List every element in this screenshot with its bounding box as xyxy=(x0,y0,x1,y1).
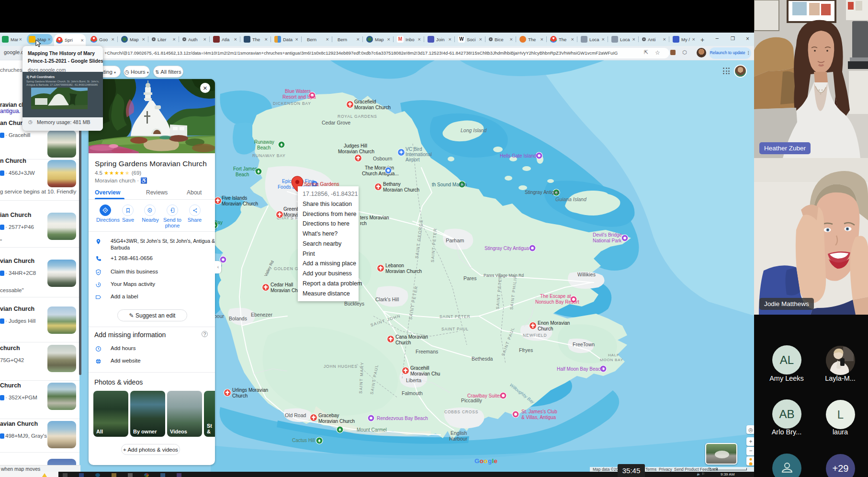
svg-text:Gracehill: Gracehill xyxy=(410,365,429,371)
svg-text:Bethesda: Bethesda xyxy=(472,356,493,362)
svg-text:Mount Carmel: Mount Carmel xyxy=(357,427,387,432)
svg-text:Nonsuch Bay Resort: Nonsuch Bay Resort xyxy=(535,299,579,305)
svg-text:Ffryes: Ffryes xyxy=(519,347,533,353)
svg-text:Church: Church xyxy=(232,393,248,398)
svg-text:Willikies: Willikies xyxy=(577,272,596,277)
svg-text:Moravian Chu: Moravian Chu xyxy=(410,371,440,376)
svg-text:Old Road: Old Road xyxy=(285,412,306,418)
svg-text:Gracebay: Gracebay xyxy=(318,413,339,418)
svg-text:RUNAWAY BAY: RUNAWAY BAY xyxy=(252,153,286,158)
svg-text:Cana Moravian: Cana Moravian xyxy=(395,334,428,340)
svg-text:Cedar Hall: Cedar Hall xyxy=(271,282,293,287)
svg-text:Moravian Church: Moravian Church xyxy=(354,105,391,110)
svg-text:Moravian Church: Moravian Church xyxy=(318,419,355,424)
svg-text:Bethany: Bethany xyxy=(383,182,401,187)
svg-text:rch: rch xyxy=(360,221,367,226)
svg-text:SAINT PAUL: SAINT PAUL xyxy=(441,327,469,331)
svg-text:National Park: National Park xyxy=(593,238,622,243)
svg-text:Clark's Hill: Clark's Hill xyxy=(375,296,399,302)
svg-text:Church: Church xyxy=(395,340,411,345)
svg-text:St. James's Club: St. James's Club xyxy=(521,409,557,414)
svg-text:Stingray Antigua: Stingray Antigua xyxy=(525,190,560,195)
svg-text:Church: Church xyxy=(538,326,553,331)
svg-text:DICKENSON BAY: DICKENSON BAY xyxy=(273,101,311,106)
svg-text:Cactus Hill: Cactus Hill xyxy=(292,438,315,443)
svg-text:English: English xyxy=(451,430,467,436)
svg-text:COBBS CROSS: COBBS CROSS xyxy=(444,409,478,414)
svg-text:Gracefield: Gracefield xyxy=(354,99,376,104)
svg-text:Lebanon: Lebanon xyxy=(385,263,404,268)
svg-text:Stingray City Antigua: Stingray City Antigua xyxy=(485,246,529,251)
svg-text:HALF: HALF xyxy=(608,353,620,357)
svg-text:GOLDEN G: GOLDEN G xyxy=(274,266,298,271)
svg-text:Moravian Church: Moravian Church xyxy=(383,187,419,193)
svg-text:Liberta: Liberta xyxy=(406,377,421,383)
svg-text:Moravian Church: Moravian Church xyxy=(222,201,258,206)
svg-text:Greenb: Greenb xyxy=(283,206,300,212)
svg-text:Cedar Grove: Cedar Grove xyxy=(322,120,350,125)
svg-text:Harbour: Harbour xyxy=(449,436,467,442)
svg-text:Freemans: Freemans xyxy=(416,349,438,354)
svg-text:VC Bird: VC Bird xyxy=(406,147,422,152)
svg-text:FreeTown: FreeTown xyxy=(573,341,595,347)
svg-text:Osbourn: Osbourn xyxy=(373,156,392,161)
svg-text:bour: bour xyxy=(214,313,225,319)
svg-text:Bolands: Bolands xyxy=(229,316,247,321)
svg-text:NEWFIELD: NEWFIELD xyxy=(523,333,547,338)
svg-text:Fort James: Fort James xyxy=(233,166,257,171)
svg-text:JOHN HUGHES: JOHN HUGHES xyxy=(324,364,358,369)
svg-text:Moravian Chu: Moravian Chu xyxy=(271,288,300,293)
svg-text:MOON BAY: MOON BAY xyxy=(600,358,623,362)
svg-text:Runaway: Runaway xyxy=(254,139,274,145)
svg-text:Buckleys: Buckleys xyxy=(344,301,364,307)
svg-text:Parham: Parham xyxy=(446,238,464,243)
svg-text:Ebenezer: Ebenezer xyxy=(251,312,272,318)
svg-text:International: International xyxy=(406,152,432,157)
svg-text:Rendezvous Bay Beach: Rendezvous Bay Beach xyxy=(377,416,428,421)
svg-text:Long Island: Long Island xyxy=(461,127,487,133)
svg-text:& Villas, Antigua: & Villas, Antigua xyxy=(521,415,556,420)
svg-text:Pares: Pares xyxy=(463,275,476,281)
svg-text:Enon Moravian: Enon Moravian xyxy=(538,320,570,326)
svg-text:Moravian Church: Moravian Church xyxy=(338,149,374,154)
svg-text:Beach: Beach xyxy=(257,145,271,150)
svg-text:Beach: Beach xyxy=(236,172,249,177)
svg-text:Devil's Bridge: Devil's Bridge xyxy=(593,232,622,238)
svg-text:Moravian Church: Moravian Church xyxy=(385,269,422,274)
svg-text:Blue Waters: Blue Waters xyxy=(285,89,311,94)
svg-text:Moravi: Moravi xyxy=(283,212,298,217)
svg-text:Airport: Airport xyxy=(406,157,420,162)
svg-text:Crawlbay Suites: Crawlbay Suites xyxy=(467,393,502,398)
svg-text:Urlings Moravian: Urlings Moravian xyxy=(232,387,268,393)
svg-text:Five Islands: Five Islands xyxy=(222,195,247,201)
svg-text:Pares Village Main Rd: Pares Village Main Rd xyxy=(484,273,524,278)
svg-text:Falmouth: Falmouth xyxy=(402,390,423,396)
svg-text:th Sound Marina: th Sound Marina xyxy=(432,182,467,187)
svg-text:ters Moravian: ters Moravian xyxy=(360,215,389,220)
svg-text:Guiana Island: Guiana Island xyxy=(555,196,587,202)
svg-text:Half Moon Bay Beach: Half Moon Bay Beach xyxy=(557,366,603,372)
svg-text:ROYAL GARDENS: ROYAL GARDENS xyxy=(338,114,377,119)
svg-text:Church Antigua...: Church Antigua... xyxy=(362,171,399,176)
svg-text:Resort and Spa: Resort and Spa xyxy=(282,94,316,100)
svg-text:Judges Hill: Judges Hill xyxy=(344,143,367,148)
svg-text:Hells Gate Island: Hells Gate Island xyxy=(500,153,536,159)
svg-text:The Escape at: The Escape at xyxy=(540,294,571,299)
svg-text:SAINT PETER: SAINT PETER xyxy=(440,314,470,319)
